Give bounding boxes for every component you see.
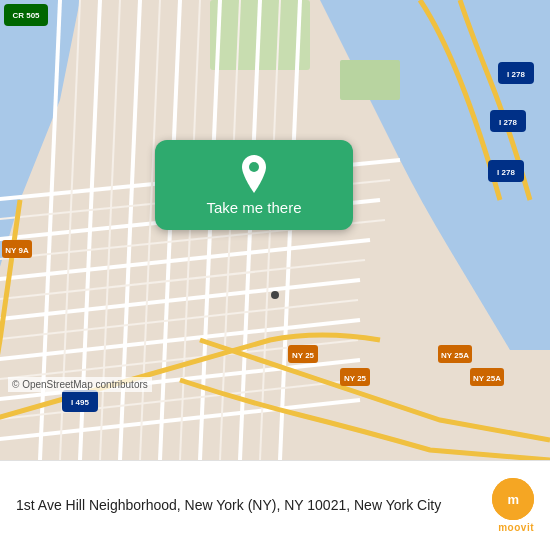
svg-text:NY 9A: NY 9A xyxy=(5,246,29,255)
map-pin-icon xyxy=(238,155,270,193)
svg-text:m: m xyxy=(507,492,518,507)
svg-text:NY 25A: NY 25A xyxy=(473,374,501,383)
svg-text:CR 505: CR 505 xyxy=(12,11,40,20)
svg-point-50 xyxy=(249,162,259,172)
osm-credit: © OpenStreetMap contributors xyxy=(8,377,152,392)
moovit-text: moovit xyxy=(498,522,534,533)
location-info: 1st Ave Hill Neighborhood, New York (NY)… xyxy=(16,496,480,516)
svg-text:I 278: I 278 xyxy=(497,168,515,177)
svg-rect-2 xyxy=(340,60,400,100)
button-label: Take me there xyxy=(206,199,301,216)
svg-text:I 278: I 278 xyxy=(507,70,525,79)
take-me-there-button[interactable]: Take me there xyxy=(155,140,353,230)
moovit-circle-icon: m xyxy=(492,478,534,520)
svg-text:NY 25A: NY 25A xyxy=(441,351,469,360)
location-name: 1st Ave Hill Neighborhood, New York (NY)… xyxy=(16,497,441,513)
svg-text:I 495: I 495 xyxy=(71,398,89,407)
svg-text:I 278: I 278 xyxy=(499,118,517,127)
moovit-logo: m moovit xyxy=(492,478,534,533)
map-container: I 278 I 278 I 278 CR 505 NY 9A NY 25 NY … xyxy=(0,0,550,460)
bottom-bar: 1st Ave Hill Neighborhood, New York (NY)… xyxy=(0,460,550,550)
svg-text:NY 25: NY 25 xyxy=(292,351,315,360)
svg-text:NY 25: NY 25 xyxy=(344,374,367,383)
svg-point-49 xyxy=(271,291,279,299)
